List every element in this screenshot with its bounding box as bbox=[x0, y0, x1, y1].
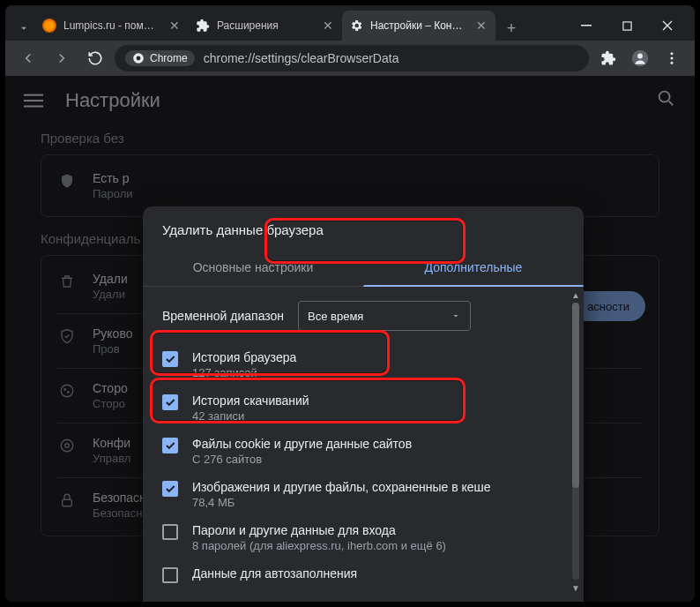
dialog-title: Удалить данные браузера bbox=[143, 206, 584, 248]
clear-item-1[interactable]: История скачиваний42 записи bbox=[162, 386, 578, 430]
checkbox[interactable] bbox=[162, 481, 178, 497]
window-close[interactable] bbox=[647, 11, 688, 41]
tab-lumpics[interactable]: Lumpics.ru - пом… ✕ bbox=[35, 11, 189, 41]
item-sub: 78,4 МБ bbox=[192, 496, 491, 509]
clear-item-5[interactable]: Данные для автозаполнения bbox=[162, 559, 578, 590]
scroll-up-icon[interactable]: ▲ bbox=[570, 289, 582, 301]
profile-icon[interactable] bbox=[626, 44, 654, 72]
svg-rect-0 bbox=[581, 25, 592, 26]
svg-rect-1 bbox=[622, 21, 630, 29]
chevron-down-icon bbox=[451, 311, 461, 321]
svg-point-3 bbox=[137, 56, 141, 61]
item-title: Изображения и другие файлы, сохраненные … bbox=[192, 480, 491, 494]
tab-settings[interactable]: Настройки – Кон… ✕ bbox=[342, 11, 495, 41]
clear-item-0[interactable]: История браузера127 записей bbox=[162, 343, 578, 386]
address-bar[interactable]: Chrome chrome://settings/clearBrowserDat… bbox=[115, 45, 589, 71]
svg-point-6 bbox=[671, 52, 674, 55]
item-title: Пароли и другие данные для входа bbox=[192, 523, 446, 537]
item-sub: 127 записей bbox=[192, 366, 296, 379]
close-tab-icon[interactable]: ✕ bbox=[474, 19, 488, 33]
window-maximize[interactable] bbox=[607, 11, 647, 41]
forward-button[interactable] bbox=[48, 44, 76, 72]
browser-toolbar: Chrome chrome://settings/clearBrowserDat… bbox=[5, 41, 695, 76]
time-range-select[interactable]: Все время bbox=[298, 301, 471, 331]
scroll-down-icon[interactable]: ▼ bbox=[570, 581, 582, 594]
chip-label: Chrome bbox=[150, 52, 188, 64]
checkbox[interactable] bbox=[162, 567, 178, 583]
clear-item-4[interactable]: Пароли и другие данные для входа8 пароле… bbox=[162, 516, 578, 559]
checkbox[interactable] bbox=[162, 394, 178, 410]
scroll-thumb[interactable] bbox=[572, 303, 579, 488]
favicon-settings bbox=[349, 19, 363, 33]
close-tab-icon[interactable]: ✕ bbox=[168, 19, 182, 33]
checkbox[interactable] bbox=[162, 524, 178, 540]
svg-point-7 bbox=[671, 57, 674, 60]
site-chip[interactable]: Chrome bbox=[125, 50, 195, 66]
clear-item-3[interactable]: Изображения и другие файлы, сохраненные … bbox=[162, 473, 578, 516]
time-range-value: Все время bbox=[308, 310, 363, 323]
extensions-icon[interactable] bbox=[594, 44, 622, 72]
settings-page: Настройки Проверка без Есть рПароли Конф… bbox=[5, 76, 695, 602]
item-title: История скачиваний bbox=[192, 393, 309, 408]
checkbox[interactable] bbox=[162, 351, 178, 367]
menu-kebab-icon[interactable] bbox=[658, 44, 686, 72]
checkbox[interactable] bbox=[162, 438, 178, 453]
item-title: История браузера bbox=[192, 350, 296, 364]
tab-title: Расширения bbox=[217, 19, 314, 32]
checkbox-list: История браузера127 записейИстория скачи… bbox=[162, 343, 578, 590]
reload-button[interactable] bbox=[81, 44, 109, 72]
svg-point-8 bbox=[671, 62, 674, 64]
item-sub: 42 записи bbox=[192, 409, 309, 423]
close-tab-icon[interactable]: ✕ bbox=[321, 19, 335, 33]
favicon-extensions bbox=[196, 19, 210, 33]
svg-point-5 bbox=[637, 54, 643, 59]
tab-basic[interactable]: Основные настройки bbox=[143, 248, 363, 286]
tab-extensions[interactable]: Расширения ✕ bbox=[189, 11, 342, 41]
tab-title: Настройки – Кон… bbox=[370, 19, 467, 32]
dialog-scrollbar[interactable]: ▲ ▼ bbox=[570, 287, 582, 596]
tab-strip: Lumpics.ru - пом… ✕ Расширения ✕ Настрой… bbox=[5, 5, 695, 41]
back-button[interactable] bbox=[14, 44, 42, 72]
url-text: chrome://settings/clearBrowserData bbox=[204, 51, 399, 65]
clear-data-dialog: Удалить данные браузера Основные настрой… bbox=[143, 206, 584, 602]
time-range-label: Временной диапазон bbox=[162, 309, 284, 323]
item-title: Данные для автозаполнения bbox=[192, 566, 357, 581]
item-sub: С 276 сайтов bbox=[192, 453, 412, 466]
clear-item-2[interactable]: Файлы cookie и другие данные сайтовС 276… bbox=[162, 430, 578, 473]
new-tab-button[interactable]: + bbox=[499, 16, 524, 41]
item-title: Файлы cookie и другие данные сайтов bbox=[192, 437, 412, 451]
tab-title: Lumpics.ru - пом… bbox=[63, 19, 160, 32]
tab-advanced[interactable]: Дополнительные bbox=[363, 248, 584, 286]
item-sub: 8 паролей (для aliexpress.ru, iherb.com … bbox=[192, 539, 446, 552]
window-minimize[interactable] bbox=[566, 11, 607, 41]
favicon-lumpics bbox=[42, 19, 56, 33]
tabs-dropdown-icon[interactable] bbox=[12, 16, 35, 41]
